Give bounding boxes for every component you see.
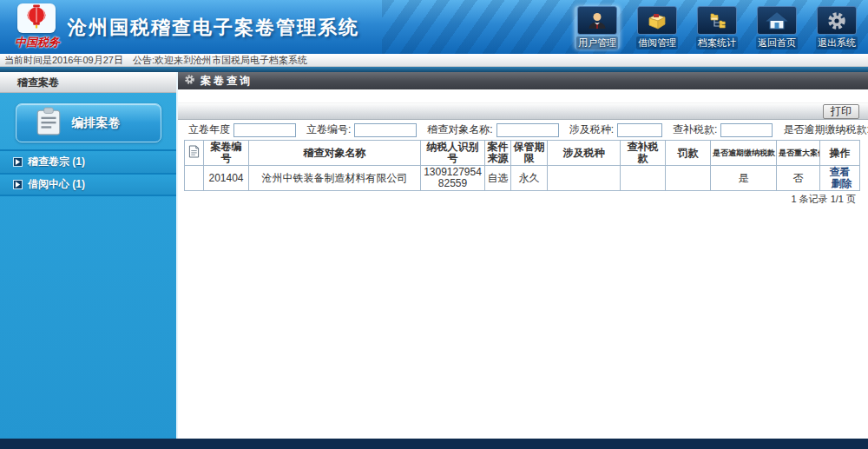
filing-number-label: 立卷编号: [306, 122, 351, 137]
main-content: 案卷查询 打印 立卷年度 立卷编号: 稽查对象名称: 涉及税种: 查补税款: 是… [178, 72, 868, 439]
user-icon [577, 6, 617, 35]
home-icon [757, 6, 797, 35]
cell-supplement-tax [621, 166, 666, 191]
arrow-bullet-icon [13, 180, 23, 189]
tax-types-input[interactable] [617, 123, 662, 137]
notice-bar: 当前时间是2016年09月27日 公告:欢迎来到沧州市国税局电子档案系统 [0, 54, 868, 67]
filing-number-input[interactable] [354, 123, 417, 137]
column-header-case-no: 案卷编号 [204, 141, 249, 166]
nav-archive-statistics[interactable]: 档案统计 [694, 6, 740, 50]
sidebar-items: 稽查卷宗 (1) 借阅中心 (1) [0, 149, 176, 196]
nav-return-home[interactable]: 返回首页 [754, 6, 799, 50]
overdue-payment-label: 是否逾期缴纳税款: [783, 122, 868, 137]
sidebar-section-title: 稽查案卷 [0, 72, 176, 93]
toolbar: 打印 [178, 102, 868, 120]
view-link[interactable]: 查看 [830, 166, 851, 178]
document-icon [185, 141, 204, 166]
search-form: 立卷年度 立卷编号: 稽查对象名称: 涉及税种: 查补税款: 是否逾期缴纳税款:… [178, 120, 868, 140]
column-header-storage-period: 保管期限 [511, 141, 548, 166]
column-header-supplement-tax: 查补税款 [621, 141, 666, 166]
sidebar-item-label: 借阅中心 (1) [28, 177, 85, 192]
cell-actions: 查看 删除 [820, 166, 860, 191]
column-header-taxpayer-id: 纳税人识别号 [421, 141, 485, 166]
cell-case-source: 自选 [485, 166, 511, 191]
column-header-overdue: 是否逾期缴纳税款 [711, 141, 777, 166]
nav-label: 档案统计 [696, 36, 738, 50]
column-header-case-source: 案件来源 [485, 141, 511, 166]
case-table: 案卷编号 稽查对象名称 纳税人识别号 案件来源 保管期限 涉及税种 查补税款 罚… [184, 140, 860, 191]
column-header-actions: 操作 [820, 141, 860, 166]
bottom-status-bar [0, 439, 868, 449]
sidebar-button-label: 编排案卷 [72, 116, 121, 131]
target-name-input[interactable] [496, 123, 559, 137]
nav-label: 借阅管理 [636, 36, 678, 50]
content-header: 案卷查询 [178, 72, 868, 89]
cell-major-case: 否 [777, 166, 820, 191]
supplement-tax-input[interactable] [720, 123, 773, 137]
tax-logo [17, 3, 56, 33]
sidebar: 稽查案卷 编排案卷 稽查卷宗 (1) [0, 72, 178, 439]
cell-fine [666, 166, 711, 191]
cell-storage-period: 永久 [511, 166, 548, 191]
column-header-major-case: 是否重大案件 [777, 141, 820, 166]
cell-case-no: 201404 [204, 166, 249, 191]
column-header-fine: 罚款 [666, 141, 711, 166]
table-header-row: 案卷编号 稽查对象名称 纳税人识别号 案件来源 保管期限 涉及税种 查补税款 罚… [185, 141, 860, 166]
sidebar-item-compile-case-files[interactable]: 编排案卷 [16, 103, 161, 142]
stats-icon [697, 6, 737, 35]
gear-icon [817, 6, 857, 35]
table-row: 201404 沧州中铁装备制造材料有限公司 130912795482559 自选… [185, 166, 860, 191]
target-name-label: 稽查对象名称: [427, 122, 492, 137]
clipboard-icon [36, 107, 62, 140]
nav-borrow-management[interactable]: 借阅管理 [635, 6, 680, 50]
app-window: 中国税务 沧州国税稽查电子案卷管理系统 用户管理 [0, 0, 868, 449]
cell-taxpayer-id: 130912795482559 [421, 166, 485, 191]
nav-label: 返回首页 [756, 36, 798, 50]
borrow-icon [637, 6, 677, 35]
cell-row-icon [185, 166, 204, 191]
nav-user-management[interactable]: 用户管理 [575, 6, 620, 50]
sidebar-item-inspection-files[interactable]: 稽查卷宗 (1) [0, 149, 176, 173]
cell-overdue: 是 [711, 166, 777, 191]
gear-icon [184, 73, 195, 89]
tax-types-label: 涉及税种: [569, 122, 614, 137]
column-header-target-name: 稽查对象名称 [249, 141, 421, 166]
cell-target-name: 沧州中铁装备制造材料有限公司 [249, 166, 421, 191]
nav-label: 退出系统 [816, 36, 858, 50]
column-header-tax-types: 涉及税种 [548, 141, 621, 166]
content-title: 案卷查询 [201, 74, 253, 89]
logo-caption: 中国税务 [7, 35, 68, 50]
spacer [178, 89, 868, 102]
header-nav: 用户管理 借阅管理 [575, 6, 859, 50]
lantern-icon [23, 3, 49, 33]
sidebar-item-borrow-center[interactable]: 借阅中心 (1) [0, 173, 176, 196]
sidebar-item-label: 稽查卷宗 (1) [28, 155, 85, 169]
filing-year-input[interactable] [233, 123, 296, 137]
arrow-bullet-icon [13, 157, 23, 167]
delete-link[interactable]: 删除 [832, 177, 852, 189]
app-header: 中国税务 沧州国税稽查电子案卷管理系统 用户管理 [0, 0, 868, 54]
nav-exit-system[interactable]: 退出系统 [814, 6, 859, 50]
page-title: 沧州国税稽查电子案卷管理系统 [68, 15, 359, 41]
filing-year-label: 立卷年度 [188, 122, 230, 137]
cell-tax-types [548, 166, 621, 191]
print-button[interactable]: 打印 [823, 104, 859, 119]
supplement-tax-label: 查补税款: [673, 122, 717, 137]
pagination-info: 1 条记录 1/1 页 [184, 191, 859, 206]
nav-label: 用户管理 [576, 36, 618, 50]
